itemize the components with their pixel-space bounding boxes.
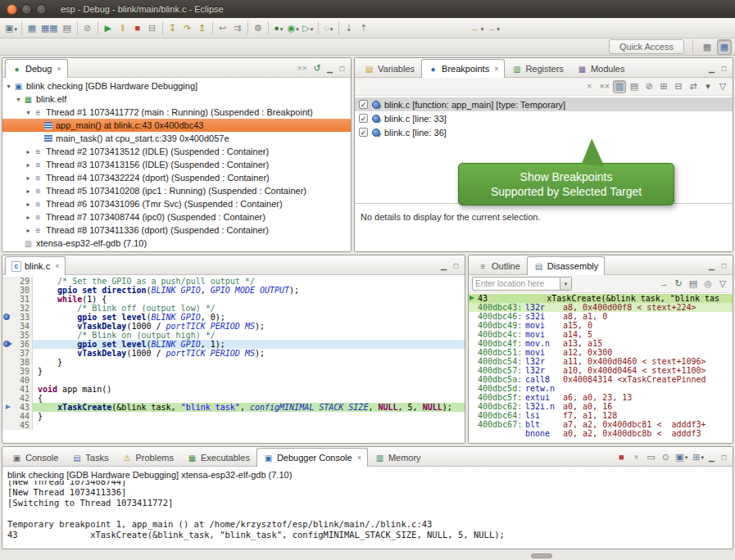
- disassembly-row[interactable]: 400dbc64:lsif7, a1, 128: [469, 411, 733, 420]
- window-close-button[interactable]: [7, 4, 17, 15]
- forward-icon[interactable]: →: [485, 20, 501, 36]
- gutter-marker-bar[interactable]: [2, 322, 13, 331]
- gutter-marker-bar[interactable]: [2, 367, 13, 376]
- expand-all-icon[interactable]: ⊞: [657, 80, 670, 93]
- gutter-marker-bar[interactable]: [2, 304, 13, 313]
- minimize-icon[interactable]: [438, 260, 450, 271]
- debug-tree-item[interactable]: ≡Thread #1 1073411772 (main : Running) (…: [2, 106, 351, 119]
- tab-modules[interactable]: ▦Modules: [570, 60, 632, 77]
- breakpoint-item[interactable]: blink.c [line: 33]: [355, 111, 733, 125]
- disassembly-row[interactable]: bnonea0, a2, 0x400dbc8b <__adddf3: [469, 429, 733, 438]
- tab-debug[interactable]: ●Debug: [5, 59, 68, 78]
- external-tools-icon[interactable]: ▷: [301, 20, 315, 36]
- search-icon[interactable]: ◌: [321, 20, 336, 36]
- tab-breakpoints[interactable]: ●Breakpoints: [421, 59, 505, 78]
- gutter-marker-bar[interactable]: [2, 331, 13, 340]
- expander-icon[interactable]: [24, 187, 33, 195]
- debug-perspective-icon[interactable]: ▦: [717, 39, 732, 55]
- show-source-icon[interactable]: ▤: [687, 278, 700, 291]
- jump-to-pc-icon[interactable]: →: [657, 278, 670, 291]
- expander-icon[interactable]: [24, 227, 33, 234]
- expander-icon[interactable]: [24, 109, 33, 116]
- terminate-icon[interactable]: ■: [615, 450, 628, 463]
- expander-icon[interactable]: [24, 201, 33, 208]
- disassembly-row[interactable]: 400dbc5d:retw.n: [469, 384, 733, 393]
- gutter-marker-bar[interactable]: [2, 358, 13, 367]
- skip-all-breakpoints-icon[interactable]: ⊘: [80, 20, 95, 36]
- maximize-icon[interactable]: [718, 260, 730, 271]
- debug-tree-item[interactable]: ≡Thread #4 1073432224 (dport) (Suspended…: [2, 171, 351, 184]
- expander-icon[interactable]: [24, 161, 33, 169]
- disassembly-row[interactable]: 400dbc5a:call80x40084314 <xTaskCreatePin…: [469, 375, 733, 384]
- remove-launch-icon[interactable]: ×: [629, 450, 642, 463]
- tab-console[interactable]: ▣Console: [5, 449, 65, 466]
- instruction-stepping-icon[interactable]: ⇉: [230, 20, 245, 36]
- debug-tree-item[interactable]: main_task() at cpu_start.c:339 0x400d057…: [2, 132, 351, 145]
- tab-registers[interactable]: ▥Registers: [505, 60, 569, 77]
- step-return-icon[interactable]: ↥: [195, 20, 210, 36]
- tab-disassembly[interactable]: ▤Disassembly: [527, 256, 605, 275]
- window-minimize-button[interactable]: [21, 4, 32, 15]
- tab-memory[interactable]: ▥Memory: [368, 449, 428, 466]
- suspend-icon[interactable]: ‖: [116, 20, 130, 36]
- maximize-icon[interactable]: [718, 452, 730, 463]
- remove-all-breakpoints-icon[interactable]: ××: [597, 80, 611, 93]
- build-icon[interactable]: ⚙: [251, 20, 265, 36]
- location-dropdown-icon[interactable]: [560, 277, 572, 291]
- track-expression-icon[interactable]: ◎: [701, 278, 715, 291]
- breakpoint-item[interactable]: blink.c [function: app_main] [type: Temp…: [355, 97, 733, 111]
- previous-annotation-icon[interactable]: ⇡: [356, 20, 371, 36]
- run-launch-icon[interactable]: ◉: [286, 20, 301, 36]
- close-icon[interactable]: [57, 65, 61, 73]
- collapse-all-icon[interactable]: ⊟: [672, 80, 685, 93]
- debug-tree-item[interactable]: ≡Thread #5 1073410208 (ipc1 : Running) (…: [2, 184, 351, 197]
- close-icon[interactable]: [55, 262, 59, 270]
- step-into-icon[interactable]: ↧: [166, 20, 180, 36]
- display-selected-console-icon[interactable]: ▣: [674, 450, 689, 463]
- gutter-marker-bar[interactable]: [2, 376, 13, 385]
- disassembly-row[interactable]: 400dbc57:l32ra10, 0x400d0464 <_stext+110…: [469, 366, 733, 375]
- disassembly-row[interactable]: 400dbc62:l32i.na0, a0, 16: [469, 402, 733, 411]
- disassembly-row[interactable]: 400dbc54:l32ra11, 0x400d0460 <_stext+109…: [469, 357, 733, 366]
- minimize-icon[interactable]: [706, 260, 718, 271]
- debug-tree-item[interactable]: ▥xtensa-esp32-elf-gdb (7.10): [2, 237, 351, 250]
- debug-tree-item[interactable]: ≡Thread #2 1073413512 (IDLE) (Suspended …: [2, 145, 351, 158]
- gutter-marker-bar[interactable]: [2, 349, 13, 358]
- expander-icon[interactable]: [24, 174, 33, 182]
- debug-tree-item[interactable]: ▦blink.elf: [2, 93, 351, 106]
- tab-debugger-console[interactable]: ▣Debugger Console: [256, 448, 368, 467]
- refresh-icon[interactable]: ↻: [672, 278, 685, 291]
- restart-icon[interactable]: ↺: [311, 61, 324, 75]
- window-maximize-button[interactable]: [36, 4, 47, 15]
- breakpoint-checkbox[interactable]: [359, 114, 368, 123]
- close-icon[interactable]: [494, 65, 498, 73]
- gutter-marker-bar[interactable]: [2, 394, 13, 403]
- gutter-marker-bar[interactable]: [2, 313, 13, 322]
- disconnect-icon[interactable]: ⊟: [145, 20, 160, 36]
- maximize-icon[interactable]: [450, 260, 462, 271]
- breakpoint-item[interactable]: blink.c [line: 36]: [355, 125, 733, 139]
- debug-tree-item[interactable]: ≡Thread #3 1073413156 (IDLE) (Suspended …: [2, 158, 351, 171]
- add-breakpoint-menu-icon[interactable]: ▾: [701, 80, 715, 93]
- disassembly-row[interactable]: 400dbc5f:extuia6, a0, 23, 13: [469, 393, 733, 402]
- open-console-icon[interactable]: ⊞: [691, 450, 706, 463]
- quick-access-button[interactable]: Quick Access: [609, 39, 684, 54]
- debug-tree-item[interactable]: ≡Thread #8 1073411336 (dport) (Suspended…: [2, 224, 351, 237]
- tab-outline[interactable]: ≡Outline: [471, 257, 527, 274]
- disassembly-row[interactable]: 400dbc51:movia12, 0x300: [469, 348, 733, 357]
- gutter-marker-bar[interactable]: [2, 403, 13, 412]
- debug-launch-icon[interactable]: ●: [271, 20, 286, 36]
- disassembly-row[interactable]: 43 xTaskCreate(&blink_task, "blink_tas: [469, 294, 733, 303]
- remove-all-terminated-icon[interactable]: ××: [295, 61, 309, 75]
- resume-icon[interactable]: ▶: [101, 20, 116, 36]
- debug-tree-item[interactable]: app_main() at blink.c:43 0x400dbc43: [2, 119, 351, 132]
- back-icon[interactable]: ←: [470, 20, 486, 36]
- code-editor[interactable]: 29 /* Set the GPIO as a push/pull output…: [2, 275, 465, 443]
- breakpoint-checkbox[interactable]: [359, 128, 368, 137]
- gutter-marker-bar[interactable]: [2, 412, 13, 421]
- console-output[interactable]: [New Thread 1073408744][New Thread 10734…: [2, 481, 733, 549]
- gutter-marker-bar[interactable]: [2, 286, 13, 295]
- go-to-file-for-breakpoint-icon[interactable]: ▤: [628, 80, 641, 93]
- tab-problems[interactable]: ⚠Problems: [115, 449, 179, 466]
- disassembly-row[interactable]: 400dbc4c:movia14, 5: [469, 330, 733, 339]
